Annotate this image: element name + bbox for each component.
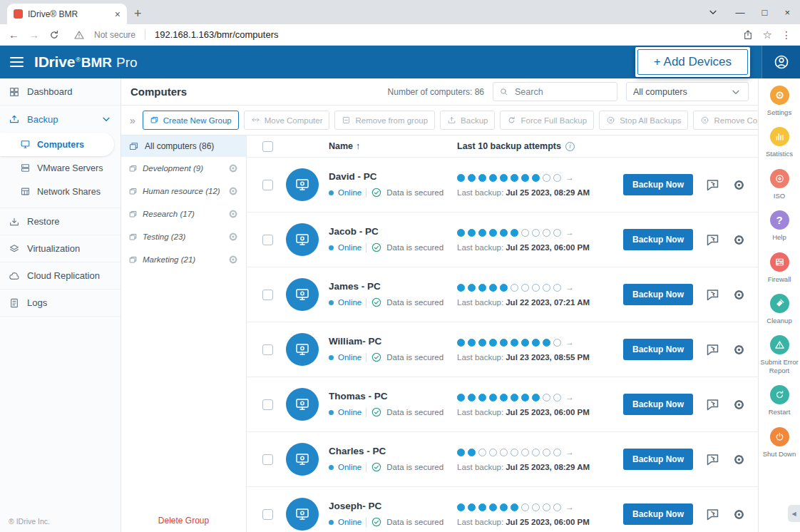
group-item[interactable]: Research (17) bbox=[121, 203, 246, 225]
account-button[interactable] bbox=[761, 46, 800, 78]
cloud-icon bbox=[9, 270, 20, 282]
rail-item-error[interactable]: Submit Error Report bbox=[759, 335, 800, 374]
row-settings-gear-button[interactable] bbox=[732, 398, 746, 411]
name-column-header[interactable]: Name ↑ bbox=[329, 141, 457, 151]
question-icon: ? bbox=[770, 210, 789, 230]
row-checkbox[interactable] bbox=[262, 454, 273, 465]
group-settings-gear-icon[interactable] bbox=[227, 208, 239, 220]
sidebar-label-restore: Restore bbox=[27, 216, 60, 227]
delete-group-button[interactable]: Delete Group bbox=[121, 516, 246, 526]
backup-button[interactable]: Backup bbox=[440, 111, 495, 130]
sidebar-item-restore[interactable]: Restore bbox=[0, 208, 120, 235]
create-new-group-button[interactable]: Create New Group bbox=[143, 111, 239, 130]
not-secure-warning-icon[interactable] bbox=[73, 29, 85, 41]
backup-now-button[interactable]: Backup Now bbox=[623, 449, 693, 470]
sidebar-item-backup[interactable]: Backup bbox=[0, 106, 120, 133]
hamburger-menu-icon[interactable] bbox=[10, 57, 24, 68]
rail-item-broom[interactable]: Cleanup bbox=[759, 294, 800, 324]
bookmark-star-icon[interactable]: ☆ bbox=[763, 29, 772, 40]
computers-filter-dropdown[interactable]: All computers bbox=[626, 82, 749, 101]
force-full-backup-button[interactable]: Force Full Backup bbox=[500, 111, 594, 130]
row-settings-gear-button[interactable] bbox=[732, 453, 746, 466]
console-icon-button[interactable] bbox=[705, 507, 720, 522]
row-settings-gear-button[interactable] bbox=[732, 233, 746, 247]
sidebar-item-network-shares[interactable]: Network Shares bbox=[0, 180, 120, 203]
sidebar-item-logs[interactable]: Logs bbox=[0, 290, 120, 317]
console-icon-button[interactable] bbox=[705, 397, 720, 412]
rail-item-power[interactable]: Shut Down bbox=[759, 427, 800, 458]
group-settings-gear-icon[interactable] bbox=[227, 185, 239, 197]
minimize-icon[interactable]: — bbox=[736, 8, 745, 17]
backup-now-button[interactable]: Backup Now bbox=[623, 284, 693, 305]
row-checkbox[interactable] bbox=[262, 235, 273, 245]
sidebar-item-dashboard[interactable]: Dashboard bbox=[0, 78, 120, 106]
console-icon-button[interactable] bbox=[705, 287, 720, 302]
group-item[interactable]: Marketing (21) bbox=[121, 248, 246, 271]
sidebar-item-cloud-replication[interactable]: Cloud Replication bbox=[0, 262, 120, 290]
backup-now-button[interactable]: Backup Now bbox=[623, 339, 693, 360]
add-devices-button[interactable]: + Add Devices bbox=[637, 49, 748, 75]
group-item[interactable]: Development (9) bbox=[121, 157, 246, 180]
online-status: Online bbox=[338, 518, 361, 526]
backup-now-button[interactable]: Backup Now bbox=[623, 229, 693, 250]
group-settings-gear-icon[interactable] bbox=[227, 254, 239, 265]
sidebar-item-vmware-servers[interactable]: VMware Servers bbox=[0, 156, 120, 180]
rail-item-restart[interactable]: Restart bbox=[759, 385, 800, 416]
back-icon[interactable]: ← bbox=[9, 29, 19, 40]
expand-groups-icon[interactable]: » bbox=[130, 115, 135, 126]
browser-menu-icon[interactable]: ⋮ bbox=[781, 30, 791, 40]
browser-tab[interactable]: IDrive® BMR × bbox=[7, 4, 127, 24]
url-text[interactable]: 192.168.1.163/bmr/computers bbox=[155, 29, 278, 40]
remove-from-group-button[interactable]: Remove from group bbox=[334, 111, 435, 130]
rail-item-question[interactable]: ?Help bbox=[759, 210, 800, 241]
attempt-dot bbox=[468, 174, 476, 182]
tab-close-icon[interactable]: × bbox=[115, 9, 120, 19]
console-icon-button[interactable] bbox=[705, 342, 720, 357]
rail-item-disc[interactable]: ISO bbox=[759, 169, 800, 200]
row-checkbox[interactable] bbox=[262, 180, 273, 190]
select-all-checkbox[interactable] bbox=[262, 141, 273, 152]
attempt-dot bbox=[500, 503, 508, 511]
secured-check-icon bbox=[371, 352, 382, 363]
move-computer-button[interactable]: Move Computer bbox=[244, 111, 330, 130]
close-icon[interactable]: × bbox=[784, 8, 790, 17]
new-tab-button[interactable]: + bbox=[134, 7, 142, 20]
share-icon[interactable] bbox=[742, 29, 754, 41]
rail-item-wall[interactable]: Firewall bbox=[759, 252, 800, 283]
row-checkbox[interactable] bbox=[262, 290, 273, 300]
search-input[interactable] bbox=[513, 86, 611, 98]
row-settings-gear-button[interactable] bbox=[732, 343, 746, 357]
maximize-icon[interactable]: □ bbox=[762, 8, 768, 17]
backup-now-button[interactable]: Backup Now bbox=[623, 174, 693, 195]
row-checkbox[interactable] bbox=[262, 509, 273, 520]
row-checkbox[interactable] bbox=[262, 399, 273, 410]
group-item[interactable]: Human resource (12) bbox=[121, 180, 246, 203]
sidebar-item-virtualization[interactable]: Virtualization bbox=[0, 235, 120, 262]
reload-icon[interactable] bbox=[48, 29, 60, 41]
backup-now-button[interactable]: Backup Now bbox=[623, 503, 693, 525]
sidebar-label-shares: Network Shares bbox=[37, 187, 101, 197]
row-settings-gear-button[interactable] bbox=[732, 288, 746, 302]
rail-item-gear[interactable]: Settings bbox=[759, 86, 800, 116]
backup-now-button[interactable]: Backup Now bbox=[623, 394, 693, 415]
row-settings-gear-button[interactable] bbox=[732, 508, 746, 521]
group-item[interactable]: Testing (23) bbox=[121, 225, 246, 248]
collapse-rail-button[interactable]: ◀ bbox=[788, 505, 800, 522]
attempt-dot bbox=[521, 339, 529, 347]
stop-all-backups-button[interactable]: Stop All Backups bbox=[599, 111, 688, 130]
group-settings-gear-icon[interactable] bbox=[227, 231, 239, 242]
rail-item-chart[interactable]: Statistics bbox=[759, 127, 800, 158]
window-chevron-icon[interactable] bbox=[707, 6, 719, 18]
row-settings-gear-button[interactable] bbox=[732, 178, 746, 192]
console-icon-button[interactable] bbox=[705, 232, 720, 247]
forward-icon[interactable]: → bbox=[29, 29, 39, 40]
sidebar-item-computers[interactable]: Computers bbox=[0, 133, 114, 156]
row-checkbox[interactable] bbox=[262, 344, 273, 355]
info-icon[interactable] bbox=[565, 142, 575, 151]
group-settings-gear-icon[interactable] bbox=[227, 163, 239, 174]
attempt-dot bbox=[468, 339, 476, 347]
group-all-computers[interactable]: All computers (86) bbox=[121, 135, 246, 157]
console-icon-button[interactable] bbox=[705, 178, 720, 193]
attempt-dot bbox=[532, 174, 540, 182]
console-icon-button[interactable] bbox=[705, 452, 720, 467]
